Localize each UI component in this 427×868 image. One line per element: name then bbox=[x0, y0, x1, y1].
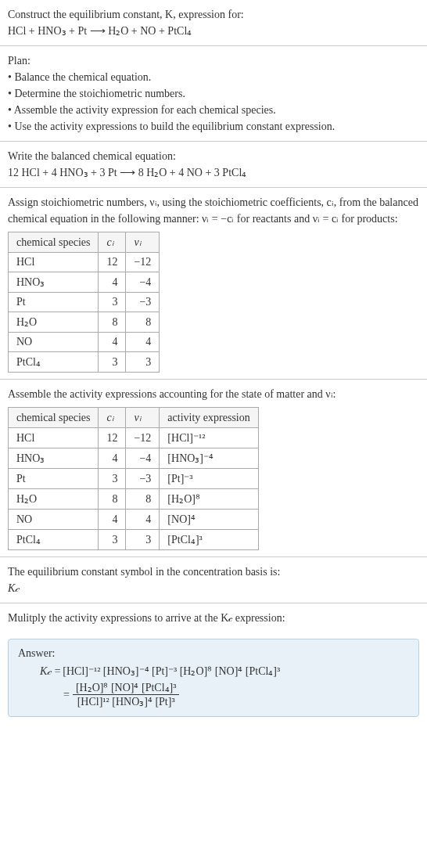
balanced-equation: 12 HCl + 4 HNO₃ + 3 Pt ⟶ 8 H₂O + 4 NO + … bbox=[8, 164, 419, 181]
plan-section: Plan: • Balance the chemical equation. •… bbox=[0, 46, 427, 142]
symbol-kc: K𝒸 bbox=[8, 580, 419, 596]
cell-c: 8 bbox=[99, 489, 126, 510]
cell-c: 3 bbox=[99, 293, 126, 312]
col-c: cᵢ bbox=[99, 408, 126, 428]
cell-c: 4 bbox=[99, 510, 126, 530]
table-header-row: chemical species cᵢ νᵢ activity expressi… bbox=[9, 408, 259, 428]
table-row: HNO₃ 4 −4 [HNO₃]⁻⁴ bbox=[9, 448, 259, 469]
answer-line-1: K𝒸 = [HCl]⁻¹² [HNO₃]⁻⁴ [Pt]⁻³ [H₂O]⁸ [NO… bbox=[40, 665, 409, 678]
cell-v: −3 bbox=[126, 293, 160, 312]
table-row: NO 4 4 [NO]⁴ bbox=[9, 510, 259, 530]
cell-v: −4 bbox=[126, 272, 160, 293]
cell-species: HCl bbox=[9, 253, 99, 272]
col-c: cᵢ bbox=[99, 232, 126, 253]
intro-line1: Construct the equilibrium constant, K, e… bbox=[8, 6, 419, 23]
cell-species: H₂O bbox=[9, 312, 99, 333]
cell-species: H₂O bbox=[9, 489, 99, 510]
col-v: νᵢ bbox=[126, 408, 160, 428]
cell-species: HNO₃ bbox=[9, 272, 99, 293]
cell-species: NO bbox=[9, 510, 99, 530]
table-row: Pt 3 −3 [Pt]⁻³ bbox=[9, 469, 259, 489]
cell-v: 3 bbox=[126, 530, 160, 550]
cell-species: NO bbox=[9, 333, 99, 352]
table-row: H₂O 8 8 bbox=[9, 312, 160, 333]
plan-bullet-3: • Assemble the activity expression for e… bbox=[8, 102, 419, 118]
table-row: HNO₃ 4 −4 bbox=[9, 272, 160, 293]
answer-flat-expr: [HCl]⁻¹² [HNO₃]⁻⁴ [Pt]⁻³ [H₂O]⁸ [NO]⁴ [P… bbox=[63, 665, 280, 678]
cell-c: 3 bbox=[99, 352, 126, 373]
cell-c: 8 bbox=[99, 312, 126, 333]
balanced-heading: Write the balanced chemical equation: bbox=[8, 148, 419, 164]
cell-species: HCl bbox=[9, 428, 99, 448]
table-row: PtCl₄ 3 3 [PtCl₄]³ bbox=[9, 530, 259, 550]
cell-species: Pt bbox=[9, 469, 99, 489]
symbol-text: The equilibrium constant symbol in the c… bbox=[8, 564, 419, 580]
table-row: HCl 12 −12 [HCl]⁻¹² bbox=[9, 428, 259, 448]
cell-activity: [HNO₃]⁻⁴ bbox=[160, 448, 258, 469]
cell-activity: [NO]⁴ bbox=[160, 510, 258, 530]
table-row: HCl 12 −12 bbox=[9, 253, 160, 272]
assemble-text: Assemble the activity expressions accoun… bbox=[8, 386, 419, 402]
answer-line-2: = [H₂O]⁸ [NO]⁴ [PtCl₄]³ [HCl]¹² [HNO₃]⁴ … bbox=[40, 681, 409, 708]
col-species: chemical species bbox=[9, 232, 99, 253]
table-row: NO 4 4 bbox=[9, 333, 160, 352]
cell-v: −4 bbox=[126, 448, 160, 469]
cell-c: 3 bbox=[99, 469, 126, 489]
col-activity: activity expression bbox=[160, 408, 258, 428]
cell-activity: [Pt]⁻³ bbox=[160, 469, 258, 489]
multiply-section: Mulitply the activity expressions to arr… bbox=[0, 603, 427, 632]
cell-c: 4 bbox=[99, 272, 126, 293]
col-species: chemical species bbox=[9, 408, 99, 428]
table-header-row: chemical species cᵢ νᵢ bbox=[9, 232, 160, 253]
answer-frac-numerator: [H₂O]⁸ [NO]⁴ [PtCl₄]³ bbox=[73, 681, 180, 695]
answer-frac-denominator: [HCl]¹² [HNO₃]⁴ [Pt]³ bbox=[73, 695, 180, 708]
symbol-section: The equilibrium constant symbol in the c… bbox=[0, 557, 427, 603]
assign-text: Assign stoichiometric numbers, νᵢ, using… bbox=[8, 194, 419, 227]
intro-section: Construct the equilibrium constant, K, e… bbox=[0, 0, 427, 46]
cell-c: 4 bbox=[99, 333, 126, 352]
cell-v: −12 bbox=[126, 253, 160, 272]
cell-v: 8 bbox=[126, 312, 160, 333]
table-row: H₂O 8 8 [H₂O]⁸ bbox=[9, 489, 259, 510]
balanced-section: Write the balanced chemical equation: 12… bbox=[0, 142, 427, 188]
answer-label: Answer: bbox=[18, 647, 409, 660]
stoich-table: chemical species cᵢ νᵢ HCl 12 −12 HNO₃ 4… bbox=[8, 232, 160, 373]
cell-activity: [H₂O]⁸ bbox=[160, 489, 258, 510]
col-v: νᵢ bbox=[126, 232, 160, 253]
answer-eq: = bbox=[63, 689, 70, 701]
plan-bullet-1: • Balance the chemical equation. bbox=[8, 69, 419, 85]
cell-c: 12 bbox=[99, 253, 126, 272]
cell-species: PtCl₄ bbox=[9, 352, 99, 373]
cell-v: −12 bbox=[126, 428, 160, 448]
cell-v: 8 bbox=[126, 489, 160, 510]
cell-species: HNO₃ bbox=[9, 448, 99, 469]
plan-bullet-2: • Determine the stoichiometric numbers. bbox=[8, 85, 419, 102]
intro-equation: HCl + HNO₃ + Pt ⟶ H₂O + NO + PtCl₄ bbox=[8, 23, 419, 39]
table-row: Pt 3 −3 bbox=[9, 293, 160, 312]
assign-section: Assign stoichiometric numbers, νᵢ, using… bbox=[0, 188, 427, 380]
cell-activity: [PtCl₄]³ bbox=[160, 530, 258, 550]
answer-fraction: [H₂O]⁸ [NO]⁴ [PtCl₄]³ [HCl]¹² [HNO₃]⁴ [P… bbox=[73, 681, 180, 708]
cell-v: 3 bbox=[126, 352, 160, 373]
activity-table: chemical species cᵢ νᵢ activity expressi… bbox=[8, 407, 259, 550]
plan-heading: Plan: bbox=[8, 52, 419, 69]
plan-bullet-4: • Use the activity expressions to build … bbox=[8, 118, 419, 135]
multiply-text: Mulitply the activity expressions to arr… bbox=[8, 610, 419, 626]
cell-v: 4 bbox=[126, 510, 160, 530]
cell-v: −3 bbox=[126, 469, 160, 489]
cell-v: 4 bbox=[126, 333, 160, 352]
cell-c: 12 bbox=[99, 428, 126, 448]
answer-box: Answer: K𝒸 = [HCl]⁻¹² [HNO₃]⁻⁴ [Pt]⁻³ [H… bbox=[8, 639, 419, 717]
table-row: PtCl₄ 3 3 bbox=[9, 352, 160, 373]
cell-activity: [HCl]⁻¹² bbox=[160, 428, 258, 448]
cell-c: 4 bbox=[99, 448, 126, 469]
answer-lhs: K𝒸 = bbox=[40, 665, 61, 678]
cell-c: 3 bbox=[99, 530, 126, 550]
assemble-section: Assemble the activity expressions accoun… bbox=[0, 380, 427, 557]
cell-species: Pt bbox=[9, 293, 99, 312]
cell-species: PtCl₄ bbox=[9, 530, 99, 550]
